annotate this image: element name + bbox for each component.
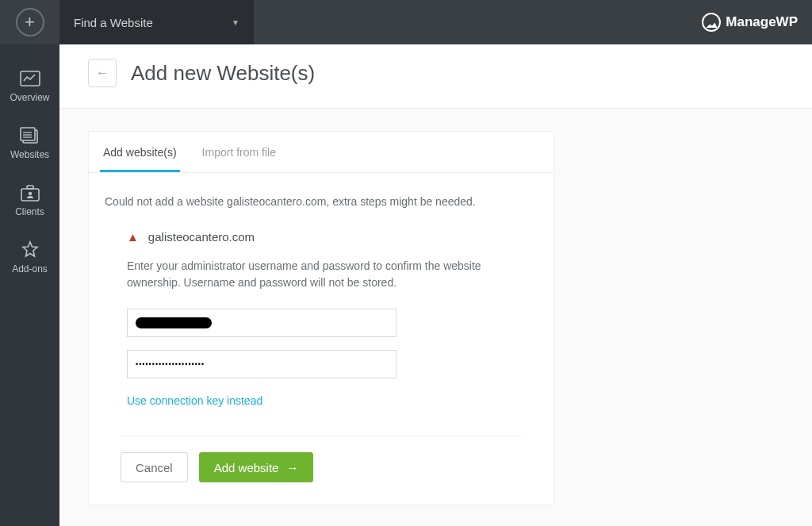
tab-add-websites[interactable]: Add website(s) [100,132,180,172]
tabs: Add website(s) Import from file [89,132,553,173]
addons-icon [20,241,40,259]
svg-rect-7 [27,186,33,189]
chevron-down-icon: ▼ [232,18,239,27]
warning-icon: ▲ [127,230,139,244]
password-input[interactable] [136,360,388,368]
back-button[interactable]: ← [88,59,117,87]
username-field[interactable] [127,309,396,337]
find-website-label: Find a Website [74,16,153,29]
sidebar-item-websites[interactable]: Websites [0,116,59,173]
site-header: ▲ galisteocantero.com [127,230,515,244]
find-website-dropdown[interactable]: Find a Website ▼ [59,0,254,44]
svg-point-8 [28,192,31,195]
cancel-button[interactable]: Cancel [121,452,188,482]
page-title: Add new Website(s) [131,61,315,86]
tab-import-from-file[interactable]: Import from file [199,132,279,172]
site-name: galisteocantero.com [148,230,255,244]
plus-icon: + [25,12,35,33]
add-button-container: + [0,0,59,44]
arrow-right-icon: → [286,461,298,474]
password-field[interactable] [127,350,396,378]
sidebar-item-label: Clients [15,206,44,217]
add-website-card: Add website(s) Import from file Could no… [88,131,554,505]
overview-icon [20,70,40,87]
managewp-icon [702,13,721,32]
sidebar-item-label: Overview [10,92,49,103]
instructions: Enter your administrator username and pa… [127,258,515,291]
sidebar: Overview Websites Clients Add-ons [0,44,59,526]
redacted-username [136,317,212,328]
logo-text: ManageWP [726,14,798,30]
card-footer: Cancel Add website → [121,436,522,505]
arrow-left-icon: ← [96,66,109,80]
sidebar-item-overview[interactable]: Overview [0,59,59,116]
clients-icon [20,184,40,202]
add-website-button[interactable]: Add website → [199,452,314,482]
cancel-label: Cancel [136,461,173,474]
card-body: Could not add a website galisteocantero.… [89,173,553,505]
submit-label: Add website [214,461,279,474]
sidebar-item-label: Add-ons [12,263,48,275]
site-block: ▲ galisteocantero.com Enter your adminis… [105,230,538,415]
sidebar-item-addons[interactable]: Add-ons [0,230,59,287]
logo: ManageWP [702,0,812,44]
connection-key-link[interactable]: Use connection key instead [127,394,262,407]
content-area: Add website(s) Import from file Could no… [59,109,812,526]
sidebar-item-clients[interactable]: Clients [0,173,59,230]
error-message: Could not add a website galisteocantero.… [105,195,538,208]
websites-icon [20,127,40,144]
main-content: ← Add new Website(s) Add website(s) Impo… [59,44,812,526]
sidebar-item-label: Websites [10,149,49,160]
topbar: + Find a Website ▼ ManageWP [0,0,812,44]
page-header: ← Add new Website(s) [59,44,812,109]
add-button[interactable]: + [16,8,44,36]
svg-rect-2 [21,128,35,140]
